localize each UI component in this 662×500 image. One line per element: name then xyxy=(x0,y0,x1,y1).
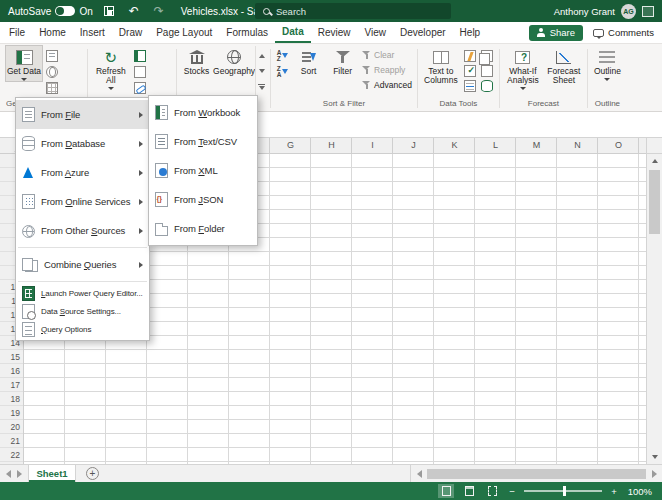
column-header-j[interactable]: J xyxy=(393,138,434,153)
scroll-right-icon[interactable] xyxy=(647,467,661,481)
redo-button[interactable]: ↷ xyxy=(150,3,168,19)
menu-item-launch-power-query-editor[interactable]: Launch Power Query Editor... xyxy=(16,284,149,302)
sheet-nav-left-icon[interactable] xyxy=(6,470,11,478)
zoom-in-button[interactable]: + xyxy=(609,486,619,497)
outline-button[interactable]: Outline xyxy=(591,46,624,81)
scroll-down-icon[interactable] xyxy=(647,450,662,464)
forecast-sheet-button[interactable]: Forecast Sheet xyxy=(544,46,584,85)
tab-developer[interactable]: Developer xyxy=(393,22,453,43)
menu-item-from-file[interactable]: From File xyxy=(16,100,149,129)
tab-review[interactable]: Review xyxy=(311,22,358,43)
menu-item-from-other-sources[interactable]: From Other Sources xyxy=(16,216,149,245)
menu-item-from-xml[interactable]: From XML xyxy=(149,156,257,185)
refresh-all-button[interactable]: ↻ Refresh All xyxy=(91,46,131,90)
stocks-button[interactable]: Stocks xyxy=(180,46,213,76)
menu-item-query-options[interactable]: Query Options xyxy=(16,320,149,338)
data-validation-button[interactable] xyxy=(462,63,479,78)
menu-item-from-database[interactable]: From Database xyxy=(16,129,149,158)
tab-home[interactable]: Home xyxy=(32,22,73,43)
from-web-button[interactable] xyxy=(43,64,60,79)
autosave-toggle[interactable] xyxy=(55,6,75,16)
save-button[interactable] xyxy=(100,3,118,19)
tab-draw[interactable]: Draw xyxy=(112,22,149,43)
tab-view[interactable]: View xyxy=(358,22,394,43)
relationships-button[interactable] xyxy=(462,78,479,93)
page-layout-view-button[interactable] xyxy=(461,484,477,498)
new-sheet-button[interactable]: + xyxy=(86,467,99,480)
zoom-slider-thumb[interactable] xyxy=(563,486,566,496)
remove-duplicates-button[interactable] xyxy=(479,48,496,63)
filter-button[interactable]: Filter xyxy=(326,46,359,76)
properties-button[interactable] xyxy=(132,64,149,79)
comments-button[interactable]: Comments xyxy=(593,27,654,38)
consolidate-button[interactable] xyxy=(479,63,496,78)
row-header-15[interactable]: 15 xyxy=(0,350,23,364)
column-header-l[interactable]: L xyxy=(475,138,516,153)
zoom-level[interactable]: 100% xyxy=(626,486,652,497)
sort-az-button[interactable]: AZ xyxy=(274,48,291,63)
page-break-view-button[interactable] xyxy=(484,484,500,498)
clear-button[interactable]: Clear xyxy=(360,48,414,62)
sheet-tab-sheet1[interactable]: Sheet1 xyxy=(28,465,76,482)
reapply-button[interactable]: Reapply xyxy=(360,63,414,77)
advanced-button[interactable]: Advanced xyxy=(360,78,414,92)
menu-item-from-folder[interactable]: From Folder xyxy=(149,214,257,243)
row-header-16[interactable]: 16 xyxy=(0,364,23,378)
tab-insert[interactable]: Insert xyxy=(73,22,112,43)
row-header-18[interactable]: 18 xyxy=(0,392,23,406)
column-header-g[interactable]: G xyxy=(270,138,311,153)
manage-data-model-button[interactable] xyxy=(479,78,496,93)
row-header-19[interactable]: 19 xyxy=(0,406,23,420)
what-if-analysis-button[interactable]: What-If Analysis xyxy=(503,46,543,90)
search-box[interactable]: Search xyxy=(255,3,451,19)
tab-formulas[interactable]: Formulas xyxy=(219,22,275,43)
sheet-nav-right-icon[interactable] xyxy=(17,470,22,478)
tab-help[interactable]: Help xyxy=(453,22,488,43)
zoom-out-button[interactable]: − xyxy=(507,486,517,497)
column-header-k[interactable]: K xyxy=(434,138,475,153)
flash-fill-button[interactable] xyxy=(462,48,479,63)
gallery-more-icon[interactable] xyxy=(258,84,265,90)
menu-item-combine-queries[interactable]: Combine Queries xyxy=(16,250,149,279)
scroll-left-icon[interactable] xyxy=(412,467,426,481)
edit-links-button[interactable] xyxy=(132,80,149,95)
horizontal-scrollbar[interactable] xyxy=(410,465,662,482)
avatar[interactable]: AG xyxy=(621,4,636,19)
menu-item-data-source-settings[interactable]: Data Source Settings... xyxy=(16,302,149,320)
column-header-h[interactable]: H xyxy=(311,138,352,153)
normal-view-button[interactable] xyxy=(438,484,454,498)
from-text-csv-button[interactable] xyxy=(43,48,60,63)
menu-item-from-text-csv[interactable]: From Text/CSV xyxy=(149,127,257,156)
tab-page-layout[interactable]: Page Layout xyxy=(149,22,219,43)
geography-button[interactable]: Geography xyxy=(214,46,254,76)
menu-item-from-online-services[interactable]: From Online Services xyxy=(16,187,149,216)
column-header-m[interactable]: M xyxy=(516,138,557,153)
tab-data[interactable]: Data xyxy=(275,22,311,43)
vertical-scroll-thumb[interactable] xyxy=(649,170,660,234)
tab-file[interactable]: File xyxy=(2,22,32,43)
row-header-21[interactable]: 21 xyxy=(0,434,23,448)
zoom-slider[interactable] xyxy=(524,490,602,492)
window-control-icon[interactable] xyxy=(642,6,654,17)
get-data-button[interactable]: Get Data xyxy=(6,46,42,81)
row-header-23[interactable]: 23 xyxy=(0,462,23,464)
menu-item-from-json[interactable]: From JSON xyxy=(149,185,257,214)
queries-connections-button[interactable] xyxy=(132,48,149,63)
row-header-22[interactable]: 22 xyxy=(0,448,23,462)
sort-za-button[interactable]: ZA xyxy=(274,64,291,79)
gallery-up-icon[interactable] xyxy=(259,54,265,58)
row-header-20[interactable]: 20 xyxy=(0,420,23,434)
scroll-up-icon[interactable] xyxy=(647,154,662,168)
autosave-control[interactable]: AutoSave On xyxy=(8,6,93,17)
vertical-scrollbar[interactable] xyxy=(646,154,662,464)
undo-button[interactable]: ↶ xyxy=(125,3,143,19)
text-to-columns-button[interactable]: Text to Columns xyxy=(421,46,461,85)
column-header-i[interactable]: I xyxy=(352,138,393,153)
share-button[interactable]: Share xyxy=(529,25,583,41)
row-header-17[interactable]: 17 xyxy=(0,378,23,392)
from-table-range-button[interactable] xyxy=(43,80,60,95)
sort-button[interactable]: Sort xyxy=(292,46,325,76)
column-header-n[interactable]: N xyxy=(557,138,598,153)
menu-item-from-azure[interactable]: From Azure xyxy=(16,158,149,187)
horizontal-scroll-thumb[interactable] xyxy=(427,469,646,479)
